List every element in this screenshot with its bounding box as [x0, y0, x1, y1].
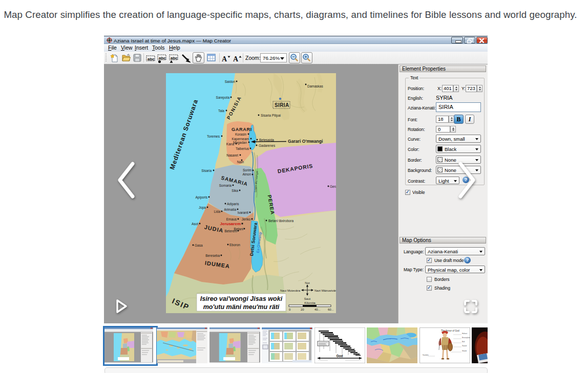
svg-text:abc: abc	[159, 56, 166, 60]
svg-text:Magadan: Magadan	[233, 141, 247, 145]
svg-text:Toremes: Toremes	[207, 135, 220, 138]
svg-text:60...: 60...	[328, 308, 334, 311]
svg-text:Jeriko: Jeriko	[242, 217, 251, 221]
svg-text:Beterem: Beterem	[224, 229, 237, 233]
svg-text:Sarepota: Sarepota	[216, 96, 230, 100]
svg-text:Sword: Sword	[462, 345, 467, 347]
svg-text:A: A	[222, 55, 227, 62]
svg-text:Not: Not	[305, 281, 310, 284]
svg-text:Betesaida: Betesaida	[259, 138, 274, 142]
svg-text:Nasaret: Nasaret	[226, 153, 238, 157]
svg-text:The Armor of God: The Armor of God	[441, 330, 459, 332]
svg-text:SIRIA: SIRIA	[275, 102, 289, 108]
svg-text:Sisaria: Sisaria	[201, 169, 212, 172]
svg-text:Ivaranti: Ivaranti	[238, 211, 248, 214]
svg-text:Apiporis: Apiporis	[196, 195, 208, 200]
svg-text:Betani täxirobora: Betani täxirobora	[268, 219, 294, 223]
svg-text:Gadarenes: Gadarenes	[259, 144, 276, 147]
svg-text:Belt: Belt	[462, 341, 465, 343]
svg-text:mo'utu mäni meu'mu räti: mo'utu mäni meu'mu räti	[203, 303, 280, 311]
svg-text:Damaskas: Damaskas	[307, 84, 323, 88]
svg-text:Jopa: Jopa	[199, 206, 206, 210]
svg-text:Saidon: Saidon	[225, 80, 236, 83]
svg-text:Nazi Mäzuwivära: Nazi Mäzuwivära	[314, 289, 336, 292]
svg-text:A: A	[233, 55, 239, 62]
svg-text:Gerasa: Gerasa	[330, 185, 336, 188]
svg-text:Sika: Sika	[232, 189, 238, 192]
svg-text:Eboron: Eboron	[229, 243, 240, 247]
svg-text:Shield: Shield	[462, 350, 467, 352]
svg-text:Ainon: Ainon	[242, 172, 251, 176]
svg-text:Isireo vai'wongi Jisas woki: Isireo vai'wongi Jisas woki	[200, 295, 283, 302]
svg-text:Korasin: Korasin	[235, 133, 246, 136]
svg-text:Kana: Kana	[226, 142, 235, 146]
svg-text:abc: abc	[171, 56, 178, 60]
svg-text:Asot: Asot	[192, 222, 198, 226]
svg-text:Sisaria Pilipai: Sisaria Pilipai	[261, 114, 281, 118]
svg-text:Breastplate: Breastplate	[462, 337, 470, 339]
svg-text:Kilomita: Kilomita	[304, 301, 316, 304]
svg-text:Lida: Lida	[214, 210, 221, 213]
svg-text:Taiberius: Taiberius	[236, 147, 249, 150]
svg-text:Sandals: Sandals	[423, 354, 429, 356]
svg-text:Tala: Tala	[218, 109, 224, 113]
svg-text:Somaria: Somaria	[219, 184, 232, 187]
svg-text:Jerusarem: Jerusarem	[220, 222, 241, 226]
svg-text:Emaus: Emaus	[226, 217, 237, 221]
svg-text:abc: abc	[148, 57, 155, 61]
svg-text:Adiparis: Adiparis	[227, 202, 239, 206]
svg-text:Saut: Saut	[304, 297, 311, 300]
svg-text:GARARI: GARARI	[232, 127, 252, 132]
svg-text:40...: 40...	[314, 308, 321, 311]
svg-text:Garari O'mwangi: Garari O'mwangi	[288, 139, 323, 144]
svg-text:Helmet: Helmet	[462, 333, 467, 335]
svg-text:Naui Motevära: Naui Motevära	[280, 289, 301, 292]
svg-text:Gasa: Gasa	[195, 244, 203, 247]
svg-text:Arimatia: Arimatia	[224, 208, 236, 211]
svg-text:Bereseba: Bereseba	[205, 254, 220, 257]
svg-text:Nain: Nain	[237, 160, 244, 164]
svg-text:20: 20	[301, 308, 304, 311]
svg-text:God: God	[337, 354, 343, 358]
svg-text:Sorim: Sorim	[243, 168, 251, 172]
